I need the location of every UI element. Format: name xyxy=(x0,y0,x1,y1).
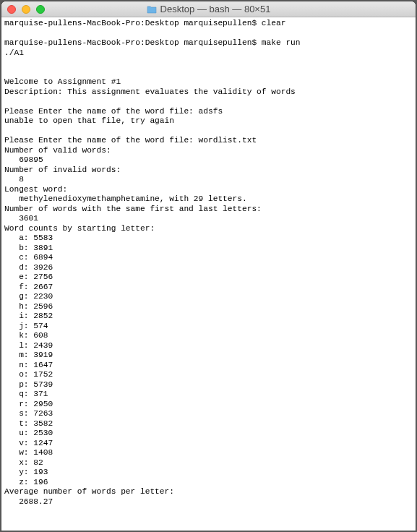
terminal-window: Desktop — bash — 80×51 marquise-pullens-… xyxy=(1,1,416,531)
terminal-content[interactable]: marquise-pullens-MacBook-Pro:Desktop mar… xyxy=(1,17,416,531)
folder-icon xyxy=(147,5,157,14)
traffic-lights xyxy=(1,5,45,14)
maximize-button[interactable] xyxy=(36,5,45,14)
close-button[interactable] xyxy=(7,5,16,14)
window-title: Desktop — bash — 80×51 xyxy=(160,4,271,14)
minimize-button[interactable] xyxy=(22,5,30,14)
titlebar[interactable]: Desktop — bash — 80×51 xyxy=(1,1,416,17)
title-area: Desktop — bash — 80×51 xyxy=(1,4,416,14)
